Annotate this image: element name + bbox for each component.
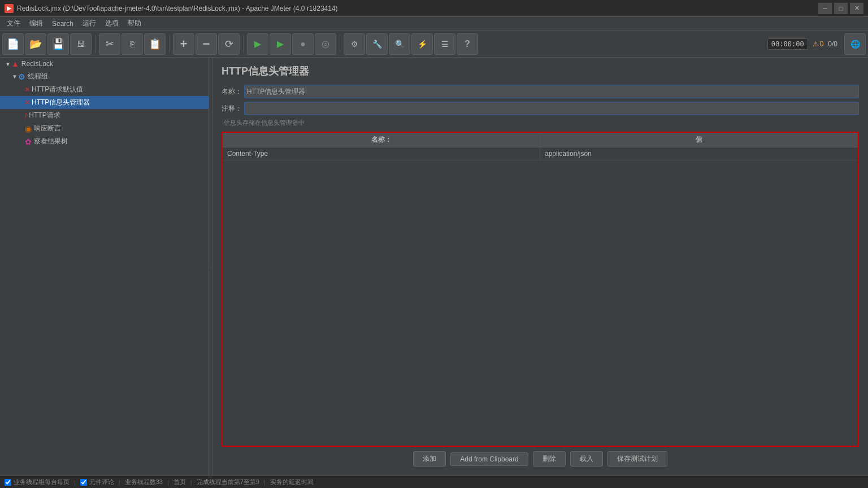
new-button[interactable]: 📄: [2, 33, 24, 55]
headers-table: 名称： 值 Content-Type application/json: [222, 132, 859, 447]
sidebar-item-http-header[interactable]: ▶ ✕ HTTP信息头管理器: [0, 96, 209, 109]
warning-count: 0: [820, 40, 824, 48]
table-row[interactable]: Content-Type application/json: [223, 147, 858, 160]
sidebar-item-redislock[interactable]: ▼ ▲ RedisLock: [0, 58, 209, 70]
copy-button[interactable]: ⎘: [121, 33, 143, 55]
hint-text: 信息头存储在信息头管理器中: [222, 119, 859, 127]
menu-search[interactable]: Search: [47, 19, 78, 29]
search-button[interactable]: 🔍: [389, 33, 410, 55]
menu-help[interactable]: 帮助: [123, 18, 146, 29]
run-icon: ▶: [254, 38, 261, 49]
status-item-3: 业务线程数33: [125, 478, 163, 486]
sidebar-label-http-request: HTTP请求: [29, 111, 60, 120]
sidebar-label-response-assertion: 响应断言: [34, 124, 61, 133]
status-text-2: 元件评论: [89, 478, 114, 486]
name-input[interactable]: [244, 85, 859, 98]
run-button[interactable]: ▶: [247, 33, 268, 55]
add-from-clipboard-button[interactable]: Add from Clipboard: [450, 452, 528, 466]
maximize-button[interactable]: □: [834, 3, 848, 14]
cut-button[interactable]: ✂: [99, 33, 120, 55]
clear-all-button[interactable]: ⚡: [411, 33, 433, 55]
sidebar-label-view-results: 察看结果树: [34, 137, 68, 146]
sidebar-item-http-request[interactable]: ▶ / HTTP请求: [0, 109, 209, 122]
no-arrow-5: ▶: [18, 138, 25, 145]
name-row: 名称：: [222, 85, 859, 98]
toolbar-separator-4: [340, 35, 340, 53]
open-button[interactable]: 📂: [25, 33, 46, 55]
table-header-row: 名称： 值: [223, 133, 858, 147]
status-text-4: 首页: [173, 478, 186, 486]
status-checkbox-2[interactable]: [80, 479, 87, 486]
remove-button[interactable]: −: [196, 33, 217, 55]
panel-title: HTTP信息头管理器: [222, 64, 859, 78]
error-count: 0/0: [828, 40, 837, 48]
paste-icon: 📋: [149, 39, 161, 49]
remote-stop-icon: 🔧: [372, 40, 382, 49]
sidebar-label-http-defaults: HTTP请求默认值: [32, 85, 83, 94]
app-icon: ▶: [5, 4, 14, 13]
sidebar-item-http-defaults[interactable]: ▶ ✕ HTTP请求默认值: [0, 83, 209, 96]
clear-icon: ⟳: [225, 38, 233, 50]
notification-button[interactable]: 🌐: [844, 33, 866, 55]
toolbar-time-section: 00:00:00 ⚠ 0 0/0 🌐: [767, 33, 866, 55]
comment-row: 注释：: [222, 102, 859, 115]
save-as-button[interactable]: 🖫: [70, 33, 92, 55]
sidebar-item-view-results[interactable]: ▶ ✿ 察看结果树: [0, 135, 209, 148]
clear-button[interactable]: ⟳: [218, 33, 240, 55]
paste-button[interactable]: 📋: [144, 33, 166, 55]
sidebar-item-threadgroup[interactable]: ▼ ⚙ 线程组: [0, 70, 209, 83]
remote-run-button[interactable]: ⚙: [344, 33, 365, 55]
window-controls: ─ □ ✕: [818, 3, 863, 14]
stop-icon: ●: [300, 39, 306, 49]
content-area: HTTP信息头管理器 名称： 注释： 信息头存储在信息头管理器中 名称： 值 C…: [212, 58, 868, 476]
no-arrow-2: ▶: [18, 99, 25, 106]
save-button[interactable]: 💾: [47, 33, 69, 55]
bottom-bar: 添加 Add from Clipboard 删除 载入 保存测试计划: [222, 447, 859, 469]
no-arrow-4: ▶: [18, 125, 25, 132]
comment-input[interactable]: [244, 102, 859, 115]
warning-icon: ⚠: [813, 40, 819, 48]
save-as-icon: 🖫: [77, 40, 85, 48]
http-request-icon: /: [25, 112, 27, 120]
remote-run-icon: ⚙: [351, 40, 358, 49]
timer-display: 00:00:00: [767, 38, 808, 50]
menu-edit[interactable]: 编辑: [25, 18, 47, 29]
save-icon: 💾: [52, 39, 64, 49]
shutdown-button[interactable]: ◎: [315, 33, 336, 55]
help-button[interactable]: ?: [457, 33, 478, 55]
menu-file[interactable]: 文件: [2, 18, 25, 29]
minimize-button[interactable]: ─: [818, 3, 832, 14]
add-button[interactable]: +: [173, 33, 194, 55]
view-results-icon: ✿: [25, 137, 32, 146]
table-cell-value-0: application/json: [540, 147, 858, 160]
expand-arrow-redislock: ▼: [5, 61, 11, 67]
menu-run[interactable]: 运行: [78, 18, 101, 29]
toolbar-separator-2: [169, 35, 170, 53]
toolbar-separator-1: [95, 35, 96, 53]
log-button[interactable]: ☰: [434, 33, 455, 55]
stop-remote-button[interactable]: ▶: [270, 33, 291, 55]
open-icon: 📂: [29, 39, 42, 49]
notification-icon: 🌐: [850, 40, 860, 49]
load-button[interactable]: 载入: [570, 451, 603, 467]
remote-stop-button[interactable]: 🔧: [366, 33, 388, 55]
stop-button[interactable]: ●: [292, 33, 314, 55]
menu-options[interactable]: 选项: [101, 18, 123, 29]
status-text-6: 实务的延迟时间: [270, 478, 314, 486]
sidebar-label-threadgroup: 线程组: [28, 72, 48, 81]
clear-all-icon: ⚡: [418, 40, 427, 49]
close-button[interactable]: ✕: [850, 3, 863, 14]
status-text-1: 业务线程组每台每页: [14, 478, 70, 486]
warning-badge: ⚠ 0: [813, 40, 824, 48]
comment-label: 注释：: [222, 104, 244, 114]
status-item-4: 首页: [173, 478, 186, 486]
delete-row-button[interactable]: 删除: [533, 451, 566, 467]
save-test-plan-button[interactable]: 保存测试计划: [607, 451, 667, 467]
add-row-button[interactable]: 添加: [413, 451, 446, 467]
sidebar-item-response-assertion[interactable]: ▶ ◉ 响应断言: [0, 122, 209, 135]
status-item-5: 完成线程当前第7至第9: [197, 478, 259, 486]
status-item-6: 实务的延迟时间: [270, 478, 314, 486]
status-item-1: 业务线程组每台每页: [5, 478, 70, 486]
status-checkbox-1[interactable]: [5, 479, 11, 486]
sidebar: ▼ ▲ RedisLock ▼ ⚙ 线程组 ▶ ✕ HTTP请求默认值 ▶ ✕ …: [0, 58, 209, 476]
